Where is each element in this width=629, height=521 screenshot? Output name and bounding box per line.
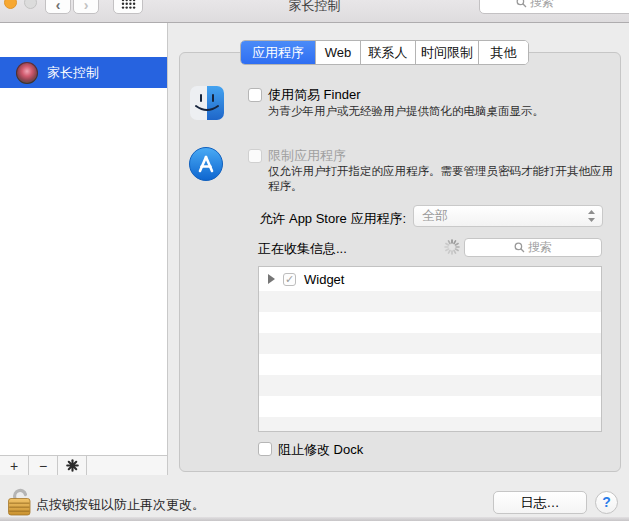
prevent-dock-modification-label: 阻止修改 Dock bbox=[278, 441, 363, 459]
parental-controls-window: ‹ › 家长控制 搜索 bbox=[0, 0, 629, 521]
tab-people[interactable]: 联系人 bbox=[361, 41, 416, 64]
lock-hint-text: 点按锁按钮以防止再次更改。 bbox=[36, 496, 205, 514]
list-stripe-row bbox=[259, 417, 601, 432]
add-user-button[interactable]: + bbox=[0, 456, 29, 475]
allow-app-store-popup[interactable]: 全部 bbox=[413, 205, 603, 227]
finder-icon bbox=[190, 86, 224, 120]
user-sidebar: 家长控制 + − bbox=[0, 23, 168, 475]
window-bottom-edge bbox=[0, 517, 629, 521]
use-simple-finder-label: 使用简易 Finder bbox=[268, 86, 360, 104]
tab-applications[interactable]: 应用程序 bbox=[241, 41, 316, 64]
tab-bar: 应用程序 Web 联系人 时间限制 其他 bbox=[240, 40, 529, 65]
list-stripe-row bbox=[259, 291, 601, 312]
widget-checkbox[interactable]: ✓ bbox=[283, 273, 296, 286]
app-list-search-placeholder: 搜索 bbox=[528, 239, 552, 256]
tab-time-limits[interactable]: 时间限制 bbox=[416, 41, 479, 64]
limit-applications-description: 仅允许用户打开指定的应用程序。需要管理员密码才能打开其他应用程序。 bbox=[268, 164, 613, 194]
search-icon bbox=[516, 0, 527, 8]
unlocked-padlock-icon[interactable] bbox=[6, 485, 33, 517]
collecting-status-text: 正在收集信息... bbox=[258, 240, 347, 258]
tab-other[interactable]: 其他 bbox=[479, 41, 528, 64]
widget-label: Widget bbox=[304, 272, 344, 287]
use-simple-finder-description: 为青少年用户或无经验用户提供简化的电脑桌面显示。 bbox=[268, 104, 613, 119]
list-stripe-row bbox=[259, 375, 601, 396]
disclosure-triangle-icon[interactable] bbox=[268, 274, 275, 284]
allowed-apps-list: ✓ Widget bbox=[258, 266, 602, 432]
sidebar-action-bar: + − bbox=[0, 455, 167, 475]
prevent-dock-modification-checkbox[interactable] bbox=[258, 442, 272, 456]
gear-icon bbox=[66, 459, 79, 472]
list-stripe-row bbox=[259, 333, 601, 354]
toolbar-search-placeholder: 搜索 bbox=[530, 0, 554, 11]
search-icon bbox=[514, 242, 525, 253]
allow-app-store-value: 全部 bbox=[422, 207, 587, 225]
popup-chevrons-icon bbox=[587, 209, 596, 223]
limit-applications-label: 限制应用程序 bbox=[268, 147, 346, 165]
list-stripe-row bbox=[259, 354, 601, 375]
app-store-icon bbox=[189, 147, 223, 181]
user-avatar bbox=[16, 62, 38, 84]
logs-button[interactable]: 日志… bbox=[493, 491, 587, 514]
limit-applications-checkbox[interactable] bbox=[248, 149, 262, 163]
progress-spinner-icon bbox=[444, 239, 460, 255]
plus-icon: + bbox=[10, 458, 18, 474]
actions-menu-button[interactable] bbox=[58, 456, 87, 475]
allow-app-store-label: 允许 App Store 应用程序: bbox=[180, 210, 406, 228]
toolbar-search-field[interactable]: 搜索 bbox=[479, 0, 629, 14]
use-simple-finder-checkbox[interactable] bbox=[248, 88, 262, 102]
tab-web[interactable]: Web bbox=[316, 41, 361, 64]
list-stripe-row bbox=[259, 396, 601, 417]
sidebar-item-label: 家长控制 bbox=[47, 64, 99, 82]
minus-icon: − bbox=[39, 458, 47, 474]
list-item-widget[interactable]: ✓ Widget bbox=[259, 267, 601, 291]
app-list-search-field[interactable]: 搜索 bbox=[464, 238, 602, 257]
window-toolbar: ‹ › 家长控制 搜索 bbox=[0, 0, 629, 23]
help-button[interactable]: ? bbox=[595, 491, 618, 514]
remove-user-button[interactable]: − bbox=[29, 456, 58, 475]
list-stripe-row bbox=[259, 312, 601, 333]
sidebar-item-parental-controls[interactable]: 家长控制 bbox=[0, 57, 167, 88]
